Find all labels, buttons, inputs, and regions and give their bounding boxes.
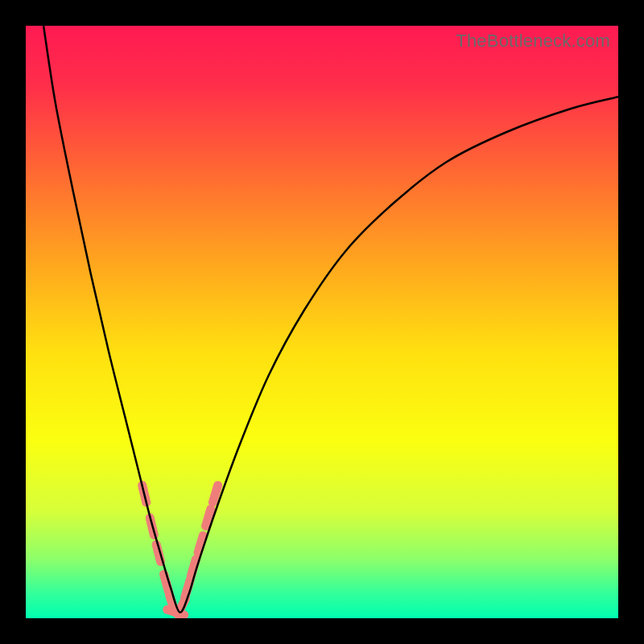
bead-marker [213, 485, 217, 502]
chart-frame: TheBottleneck.com [0, 0, 644, 644]
plot-area: TheBottleneck.com [26, 26, 618, 618]
bottleneck-curve [43, 26, 618, 613]
curve-layer [26, 26, 618, 618]
highlight-beads [142, 485, 218, 615]
bead-marker [206, 509, 211, 526]
